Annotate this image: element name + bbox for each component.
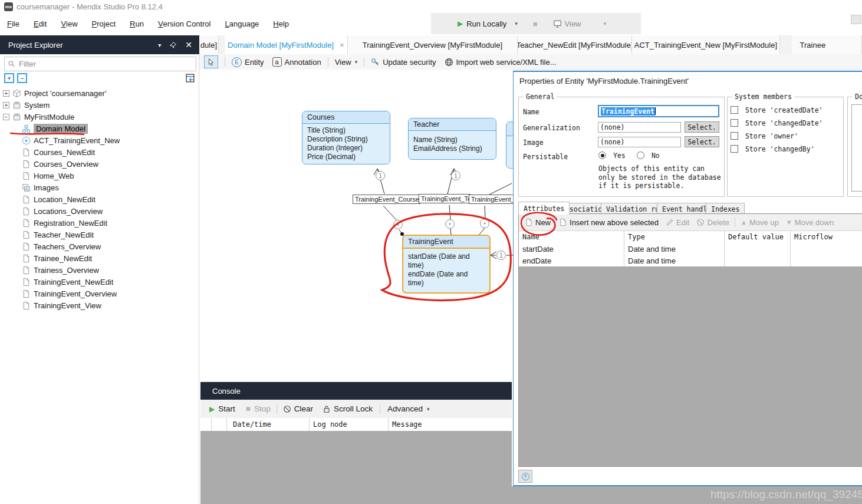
- col-name[interactable]: Name: [519, 231, 624, 243]
- console-col-lognode[interactable]: Log node: [309, 418, 388, 431]
- locate-in-explorer-icon[interactable]: [185, 73, 195, 83]
- import-webservice-button[interactable]: Import web service/XML file...: [442, 58, 559, 67]
- console-start-button[interactable]: ▶ Start: [209, 404, 235, 413]
- annotation-tool-button[interactable]: a Annotation: [270, 57, 324, 67]
- edit-attribute-button[interactable]: Edit: [666, 218, 689, 227]
- tree-item-trainess-overview[interactable]: Trainess_Overview: [0, 264, 218, 276]
- delete-attribute-button[interactable]: Delete: [696, 218, 729, 227]
- run-locally-button[interactable]: ▶ Run Locally ▾: [458, 19, 518, 28]
- annotation-icon: a: [272, 57, 282, 67]
- tree-item-trainingevent-view[interactable]: TrainingEvent_View: [0, 299, 218, 311]
- select-tool-button[interactable]: [204, 55, 218, 68]
- tree-item-images[interactable]: Images: [0, 182, 218, 193]
- image-select-button[interactable]: Select.: [685, 136, 719, 147]
- tree-item-locations-overview[interactable]: Locations_Overview: [0, 205, 218, 217]
- move-down-button[interactable]: ▼ Move down: [786, 218, 834, 227]
- tab-trainee-partial[interactable]: Trainee: [792, 35, 862, 54]
- tree-item-trainingevent-overview[interactable]: TrainingEvent_Overview: [0, 288, 218, 299]
- menu-help[interactable]: Help: [266, 13, 296, 34]
- tab-domain-model[interactable]: Domain Model [MyFirstModule] ×: [225, 35, 348, 54]
- collapse-icon[interactable]: −: [3, 114, 9, 120]
- tab-teacher-newedit[interactable]: Teacher_NewEdit [MyFirstModule]: [518, 35, 632, 54]
- menu-version-control[interactable]: Version Control: [151, 13, 218, 34]
- tree-item-home-web[interactable]: Home_Web: [0, 170, 218, 182]
- col-type[interactable]: Type: [624, 231, 724, 243]
- persistable-yes-radio[interactable]: Yes: [598, 151, 626, 160]
- store-createddate-checkbox[interactable]: Store 'createdDate': [731, 106, 823, 114]
- console-clear-button[interactable]: Clear: [283, 404, 313, 413]
- view-menu-button[interactable]: View ▾: [333, 58, 360, 67]
- run-dropdown-icon[interactable]: ▾: [515, 21, 518, 27]
- menu-file[interactable]: File: [0, 13, 27, 34]
- entity-trainingevent[interactable]: TrainingEvent startDate (Date and time) …: [402, 235, 491, 294]
- filter-input[interactable]: [18, 59, 196, 69]
- persistable-no-radio[interactable]: No: [637, 151, 660, 160]
- tab-close-icon[interactable]: ×: [340, 41, 344, 50]
- tree-item-teachers-overview[interactable]: Teachers_Overview: [0, 241, 218, 252]
- insert-above-button[interactable]: Insert new above selected: [559, 218, 659, 227]
- move-up-button[interactable]: ▲ Move up: [741, 218, 779, 227]
- update-security-button[interactable]: Update security: [369, 58, 438, 67]
- menu-edit[interactable]: Edit: [27, 13, 54, 34]
- new-attribute-button[interactable]: New: [525, 218, 551, 227]
- console-advanced-button[interactable]: Advanced ▾: [387, 404, 430, 413]
- store-owner-checkbox[interactable]: Store 'owner': [731, 132, 798, 140]
- name-input[interactable]: TrainingEvent: [598, 105, 719, 117]
- domain-model-canvas[interactable]: Courses Title (String) Description (Stri…: [199, 70, 513, 382]
- console-col-datetime[interactable]: Date/time: [226, 418, 309, 431]
- tree-item-teacher-newedit[interactable]: Teacher_NewEdit: [0, 229, 218, 241]
- tree-item-courses-overview[interactable]: Courses_Overview: [0, 158, 218, 170]
- view-dropdown-icon[interactable]: ▾: [604, 21, 607, 27]
- console-scroll-lock-button[interactable]: Scroll Lock: [323, 404, 373, 413]
- documentation-textarea[interactable]: [851, 104, 862, 192]
- tree-item-system[interactable]: + System: [0, 99, 199, 111]
- scrollbar-fragment[interactable]: [851, 15, 861, 24]
- tab-indexes[interactable]: Indexes: [706, 203, 745, 215]
- tree-item-registration-newedit[interactable]: Registration_NewEdit: [0, 217, 218, 229]
- console-stop-button[interactable]: ■ Stop: [246, 404, 271, 413]
- pin-icon[interactable]: [169, 41, 177, 49]
- expand-all-button[interactable]: +: [4, 73, 14, 83]
- association-label[interactable]: TrainingEvent_Te: [419, 194, 471, 203]
- generalization-input[interactable]: (none): [598, 122, 681, 133]
- association-label[interactable]: TrainingEvent_Courses: [353, 195, 420, 204]
- expand-icon[interactable]: +: [3, 90, 9, 97]
- tab-act-trainingevent-new[interactable]: ACT_TrainingEvent_New [MyFirstModule]: [632, 35, 780, 54]
- tree-item-trainingevent-newedit[interactable]: TrainingEvent_NewEdit: [0, 276, 218, 288]
- tab-trainingevent-overview[interactable]: TrainingEvent_Overview [MyFirstModule]: [348, 35, 518, 54]
- tree-item-trainee-newedit[interactable]: Trainee_NewEdit: [0, 252, 218, 264]
- menu-language[interactable]: Language: [218, 13, 267, 34]
- entity-courses[interactable]: Courses Title (String) Description (Stri…: [302, 111, 390, 164]
- col-default-value[interactable]: Default value: [724, 231, 790, 243]
- entity-teacher[interactable]: Teacher Name (String) EmailAddress (Stri…: [408, 118, 496, 160]
- console-col-message[interactable]: Message: [388, 418, 512, 431]
- tree-item-project[interactable]: + Project 'coursemanager': [0, 87, 199, 99]
- tab-partial-left[interactable]: dule]: [199, 35, 219, 54]
- tree-item-myfirstmodule[interactable]: − MyFirstModule: [0, 111, 199, 123]
- menu-view[interactable]: View: [54, 13, 84, 34]
- entity-tool-button[interactable]: E Entity: [229, 57, 267, 67]
- tree-item-act-trainingevent-new[interactable]: ACT_TrainingEvent_New: [0, 134, 218, 146]
- store-changeddate-checkbox[interactable]: Store 'changedDate': [731, 119, 823, 127]
- collapse-all-button[interactable]: −: [17, 73, 27, 83]
- entity-clipped[interactable]: [506, 121, 513, 169]
- stop-button[interactable]: ■: [533, 19, 538, 28]
- view-button[interactable]: View ▾: [553, 19, 606, 28]
- close-icon[interactable]: ✕: [185, 40, 192, 50]
- menu-run[interactable]: Run: [123, 13, 151, 34]
- menu-project[interactable]: Project: [85, 13, 123, 34]
- store-changedby-checkbox[interactable]: Store 'changedBy': [731, 145, 815, 153]
- tab-attributes[interactable]: Attributes: [518, 202, 570, 215]
- tree-item-location-newedit[interactable]: Location_NewEdit: [0, 193, 218, 205]
- panel-menu-icon[interactable]: ▾: [158, 42, 161, 48]
- col-microflow[interactable]: Microflow: [790, 231, 862, 243]
- generalization-select-button[interactable]: Select.: [685, 121, 719, 133]
- association-label[interactable]: TrainingEvent_: [469, 195, 513, 204]
- tree-item-courses-newedit[interactable]: Courses_NewEdit: [0, 146, 218, 158]
- attribute-row-enddate[interactable]: endDate Date and time: [519, 255, 862, 267]
- expand-icon[interactable]: +: [3, 102, 9, 108]
- image-input[interactable]: (none): [598, 137, 681, 147]
- tree-item-domain-model[interactable]: Domain Model: [0, 123, 218, 134]
- attribute-row-startdate[interactable]: startDate Date and time: [519, 243, 862, 255]
- help-button[interactable]: ?: [518, 470, 532, 483]
